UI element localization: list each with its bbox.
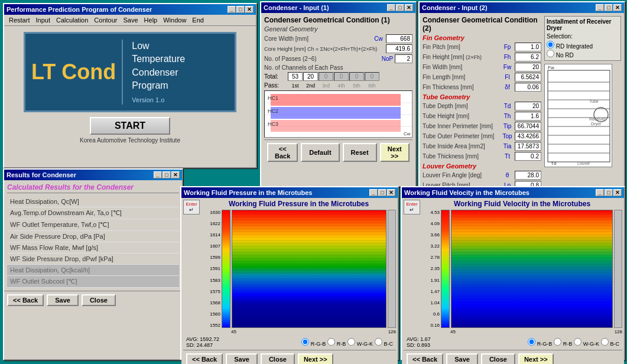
menu-save[interactable]: Save xyxy=(121,16,141,24)
input1-next-button[interactable]: Next >> xyxy=(380,143,410,162)
heat-dissipation-kcal-label: Heat Dissipation, Qc[kcal/h] xyxy=(10,266,90,274)
results-save-button[interactable]: Save xyxy=(47,294,79,306)
input2-close[interactable]: ✕ xyxy=(613,4,622,11)
fin-length-input[interactable] xyxy=(515,73,541,82)
input1-back-button[interactable]: << Back xyxy=(267,143,298,162)
results-back-button[interactable]: << Back xyxy=(7,294,44,306)
start-button[interactable]: START xyxy=(90,117,170,135)
velocity-rgb-option[interactable]: R-G-B xyxy=(528,338,552,347)
air-pressure-drop-label: Air Side Pressure Drop, dPa [Pa] xyxy=(10,233,105,240)
fin-width-input[interactable] xyxy=(515,63,541,72)
velocity-close-button[interactable]: Close xyxy=(481,353,515,364)
results-section-title: Calculated Results for the Condenser xyxy=(7,183,179,193)
pressure-rb-option[interactable]: R-B xyxy=(327,338,346,347)
input2-minimize[interactable]: _ xyxy=(596,4,604,11)
menu-window[interactable]: Window xyxy=(161,16,189,24)
velocity-rb-option[interactable]: R-B xyxy=(554,338,572,347)
pressure-close-x[interactable]: ✕ xyxy=(387,189,395,196)
input1-title-bar: Condenser - Input (1) _ □ ✕ xyxy=(261,2,415,13)
velocity-title: Working Fluid Velocity in the Microtubes xyxy=(404,189,529,196)
rd-integrated-option[interactable]: RD Integrated xyxy=(547,43,593,50)
fin-height-abbr: Fh xyxy=(500,54,515,60)
results-close-x[interactable]: ✕ xyxy=(171,171,180,178)
fin-length-abbr: Fl xyxy=(500,74,515,80)
installment-label: Installment of Receiver Dryer xyxy=(547,18,619,31)
pressure-sd-label: SD: xyxy=(186,342,195,348)
tube-height-input[interactable] xyxy=(515,112,541,121)
minimize-button[interactable]: _ xyxy=(228,6,236,13)
input1-maximize[interactable]: □ xyxy=(396,4,404,11)
fin-pitch-input[interactable] xyxy=(515,43,541,51)
pressure-scrollbar[interactable] xyxy=(388,210,396,328)
results-window: Results for Condenser _ □ ✕ Calculated R… xyxy=(3,168,183,360)
fin-thickness-input[interactable] xyxy=(515,83,541,92)
velocity-wgk-option[interactable]: W-G-K xyxy=(574,338,599,347)
svg-text:Receiver: Receiver xyxy=(589,117,606,121)
pressure-maximize[interactable]: □ xyxy=(378,189,386,196)
wf-outlet-temp-label: WF Outlet Temperature, Twf,o [℃] xyxy=(10,221,109,228)
tube-inner-perimeter-input[interactable] xyxy=(515,122,541,131)
velocity-sd-value: 0.893 xyxy=(417,342,431,348)
pressure-save-button[interactable]: Save xyxy=(226,353,258,364)
pressure-rgb-option[interactable]: R-G-B xyxy=(301,338,326,347)
input1-default-button[interactable]: Default xyxy=(301,143,339,162)
input1-minimize[interactable]: _ xyxy=(387,4,395,11)
pressure-heatmap xyxy=(232,210,386,328)
pressure-btn-bar: << Back Save Close Next >> xyxy=(183,350,396,364)
velocity-save-button[interactable]: Save xyxy=(446,353,478,364)
velocity-scrollbar[interactable] xyxy=(614,210,622,328)
results-btn-bar: << Back Save Close xyxy=(4,291,182,309)
menu-help[interactable]: Help xyxy=(142,16,160,24)
total-cell-2[interactable] xyxy=(303,72,318,81)
close-button[interactable]: ✕ xyxy=(245,6,254,13)
pressure-chart-container: 1630 1622 1614 1607 1599 1591 1583 1575 … xyxy=(202,210,396,328)
no-rd-option[interactable]: No RD xyxy=(547,52,574,58)
menu-restart[interactable]: Restart xyxy=(7,16,32,24)
pressure-next-button[interactable]: Next >> xyxy=(298,353,333,364)
pressure-radio-group: R-G-B R-B W-G-K B-C xyxy=(301,338,393,347)
tube-outer-perimeter-input[interactable] xyxy=(515,132,541,141)
results-maximize[interactable]: □ xyxy=(163,171,171,178)
pressure-back-button[interactable]: << Back xyxy=(186,353,223,364)
velocity-close-x[interactable]: ✕ xyxy=(613,189,622,196)
pressure-wgk-option[interactable]: W-G-K xyxy=(347,338,373,347)
results-minimize[interactable]: _ xyxy=(154,171,162,178)
fin-geometry-title: Fin Geometry xyxy=(423,34,541,41)
velocity-window: Working Fluid Velocity in the Microtubes… xyxy=(401,186,625,360)
total-cell-5[interactable] xyxy=(349,72,364,81)
tube-inside-area-input[interactable] xyxy=(515,142,541,151)
velocity-minimize[interactable]: _ xyxy=(596,189,604,196)
total-cell-1[interactable] xyxy=(288,72,303,81)
total-cell-4[interactable] xyxy=(334,72,349,81)
pass-header-5: 5th xyxy=(349,83,364,89)
tube-depth-input[interactable] xyxy=(515,102,541,110)
fin-height-input[interactable] xyxy=(515,53,541,61)
menu-calculation[interactable]: Calculation xyxy=(54,16,90,24)
total-cell-3[interactable] xyxy=(319,72,333,81)
menu-input[interactable]: Input xyxy=(33,16,52,24)
velocity-next-button[interactable]: Next >> xyxy=(518,353,554,364)
total-cell-6[interactable] xyxy=(365,72,379,81)
core-width-input[interactable] xyxy=(386,34,412,43)
maximize-button[interactable]: □ xyxy=(236,6,245,13)
input2-maximize[interactable]: □ xyxy=(605,4,613,11)
passes-input[interactable] xyxy=(395,54,412,63)
velocity-back-button[interactable]: << Back xyxy=(407,353,443,364)
velocity-bc-option[interactable]: B-C xyxy=(601,338,619,347)
input1-window: Condenser - Input (1) _ □ ✕ Condenser Ge… xyxy=(260,1,417,187)
pressure-close-button[interactable]: Close xyxy=(261,353,295,364)
core-height-input[interactable] xyxy=(386,44,412,53)
pressure-bc-option[interactable]: B-C xyxy=(375,338,393,347)
input1-reset-button[interactable]: Reset xyxy=(343,143,377,162)
menu-bar: Restart Input Calculation Contour Save H… xyxy=(4,15,256,26)
pressure-minimize[interactable]: _ xyxy=(369,189,378,196)
velocity-maximize[interactable]: □ xyxy=(605,189,613,196)
institute-label: Korea Automotive Technology Institute xyxy=(80,137,180,144)
input1-close[interactable]: ✕ xyxy=(405,4,413,11)
menu-end[interactable]: End xyxy=(190,16,206,24)
louver-angle-input[interactable] xyxy=(515,171,541,180)
tube-thickness-input[interactable] xyxy=(515,152,541,161)
results-close-button[interactable]: Close xyxy=(82,294,116,306)
velocity-bottom-bar: AVG: 1.67 SD: 0.893 R-G-B R-B W-G-K B-C xyxy=(404,334,622,350)
menu-contour[interactable]: Contour xyxy=(92,16,119,24)
